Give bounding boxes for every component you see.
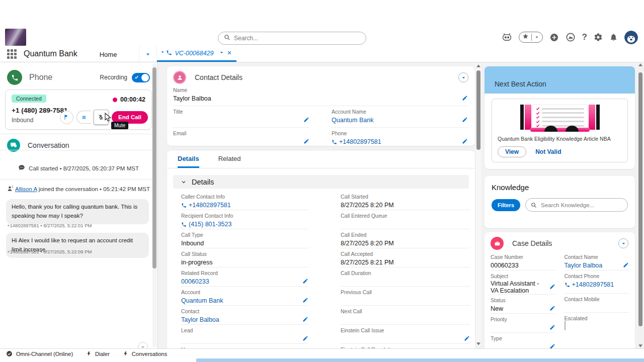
utility-bar: Omni-Channel (Online) Dialer Conversatio… (0, 348, 644, 358)
dialer-button[interactable]: Dialer (86, 350, 110, 357)
knowledge-search[interactable] (525, 198, 628, 212)
call-started-event: Call started • 8/27/2025, 05:20:37 PM MS… (0, 164, 157, 172)
edit-icon[interactable] (462, 137, 468, 146)
scrollbar-thumb[interactable] (476, 70, 480, 150)
knowledge-search-input[interactable] (541, 202, 622, 208)
edit-icon[interactable] (462, 94, 468, 103)
scroll-up-icon[interactable] (476, 64, 481, 67)
chat-bubble-icon (18, 164, 25, 172)
collapse-panel-button[interactable] (458, 72, 468, 82)
chevron-down-icon[interactable] (534, 33, 539, 42)
contact-details-icon (173, 71, 186, 84)
edit-icon[interactable] (302, 296, 308, 305)
edit-icon[interactable] (549, 304, 555, 313)
page-scrollbar[interactable] (638, 62, 643, 348)
phone-link[interactable]: +14802897581 (565, 281, 629, 288)
account-link[interactable]: Quantum Bank (332, 117, 458, 124)
edit-icon[interactable] (549, 342, 555, 348)
field-label: Title (173, 109, 309, 115)
field-label: Account (181, 289, 308, 295)
help-icon[interactable]: ? (582, 32, 587, 42)
einstein-icon[interactable] (502, 33, 512, 42)
phone-link[interactable]: +14802897581 (332, 138, 458, 145)
global-search[interactable] (218, 32, 366, 45)
left-panel-scrollbar[interactable] (152, 63, 156, 347)
scroll-down-icon[interactable] (638, 344, 643, 347)
joined-text: joined the conversation • 05:21:42 PM MS… (37, 186, 150, 192)
not-valid-link[interactable]: Not Valid (535, 148, 561, 155)
app-window: ? Quantum Bank Home * VC-00068429 (0, 0, 644, 362)
trailhead-icon[interactable] (566, 32, 576, 42)
contact-link[interactable]: Taylor Balboa (181, 316, 298, 323)
collapse-panel-button[interactable] (618, 238, 628, 248)
omni-channel-button[interactable]: Omni-Channel (Online) (6, 350, 73, 357)
field-call-entered-queue: Call Entered Queue (341, 210, 470, 229)
tab-home[interactable]: Home (91, 46, 139, 62)
setup-gear-icon[interactable] (594, 33, 603, 42)
global-actions-icon[interactable] (549, 33, 559, 42)
hold-call-button[interactable] (76, 111, 91, 124)
view-button[interactable]: View (498, 146, 526, 157)
scroll-up-icon[interactable] (638, 63, 643, 66)
field-label: Phone (332, 130, 468, 136)
tab-related[interactable]: Related (218, 155, 241, 168)
edit-icon[interactable] (302, 315, 308, 324)
field-contact: Contact Taylor Balboa (181, 306, 308, 325)
user-avatar[interactable] (624, 31, 638, 44)
scrollbar-thumb[interactable] (152, 67, 156, 268)
field-subject: Subject Virtual Assistant - VA Escalatio… (491, 270, 555, 295)
scroll-down-icon[interactable] (476, 342, 481, 345)
tab-details[interactable]: Details (178, 155, 199, 168)
escalated-checkbox[interactable] (565, 321, 566, 330)
edit-icon[interactable] (549, 283, 555, 292)
chevron-down-icon (181, 179, 187, 185)
edit-icon[interactable] (462, 116, 468, 125)
edit-icon[interactable] (464, 334, 470, 343)
edit-icon[interactable] (303, 137, 309, 146)
field-label: Contact Mobile (565, 296, 629, 302)
field-call-accepted: Call Accepted 8/27/2025 8:21 PM (341, 248, 470, 267)
global-search-input[interactable] (234, 35, 360, 42)
details-section-title: Details (192, 178, 214, 186)
edit-icon[interactable] (549, 323, 555, 332)
edit-icon[interactable] (623, 261, 629, 270)
phone-link[interactable]: +14802897581 (181, 202, 308, 209)
phone-link[interactable]: (415) 801-3523 (181, 221, 308, 228)
field-label: Einstein Call Issue (341, 327, 470, 333)
details-section-header[interactable]: Details (173, 175, 469, 189)
main-workspace: Phone Recording Connected 00:00:42 +1 (4… (0, 62, 644, 348)
app-launcher-icon[interactable] (7, 49, 18, 60)
conversations-button[interactable]: Conversations (123, 350, 167, 357)
field-value: 8/27/2025 8:20 PM (341, 202, 470, 209)
field-phone: Phone +14802897581 (332, 128, 468, 149)
favorites-button[interactable] (519, 32, 543, 43)
field-value: 00060233 (491, 262, 555, 269)
field-value: +14802897581 (572, 281, 614, 288)
related-record-link[interactable]: 00060233 (181, 278, 298, 285)
chevron-down-icon[interactable] (219, 50, 224, 57)
agent-link[interactable]: Allison A (15, 186, 37, 192)
contact-link[interactable]: Taylor Balboa (565, 262, 619, 269)
edit-icon[interactable] (303, 116, 309, 125)
center-scrollbar[interactable] (476, 63, 481, 346)
edit-icon[interactable] (302, 277, 308, 286)
close-tab-icon[interactable] (227, 50, 232, 57)
search-icon (531, 202, 537, 208)
field-label: Contact Phone (565, 273, 629, 279)
tab-voice-call[interactable]: * VC-00068429 (157, 46, 236, 62)
account-link[interactable]: Quantum Bank (181, 297, 298, 304)
flag-call-button[interactable] (60, 111, 73, 124)
edit-icon[interactable] (302, 334, 308, 343)
notifications-bell-icon[interactable] (609, 33, 618, 42)
chat-message-meta: +14802897581 • 8/27/2025, 5:22:01 PM (7, 223, 92, 228)
field-title: Title (173, 106, 309, 128)
lightning-icon (86, 350, 92, 357)
field-einstein-call-issue: Einstein Call Issue (341, 325, 470, 344)
scrollbar-thumb[interactable] (638, 72, 642, 326)
company-logo (5, 29, 26, 46)
tab-home-dropdown[interactable] (139, 46, 157, 62)
filters-button[interactable]: Filters (492, 199, 520, 211)
field-label: Email (173, 130, 309, 136)
field-next-call: Next Call (341, 306, 470, 325)
recording-toggle[interactable] (132, 73, 150, 82)
